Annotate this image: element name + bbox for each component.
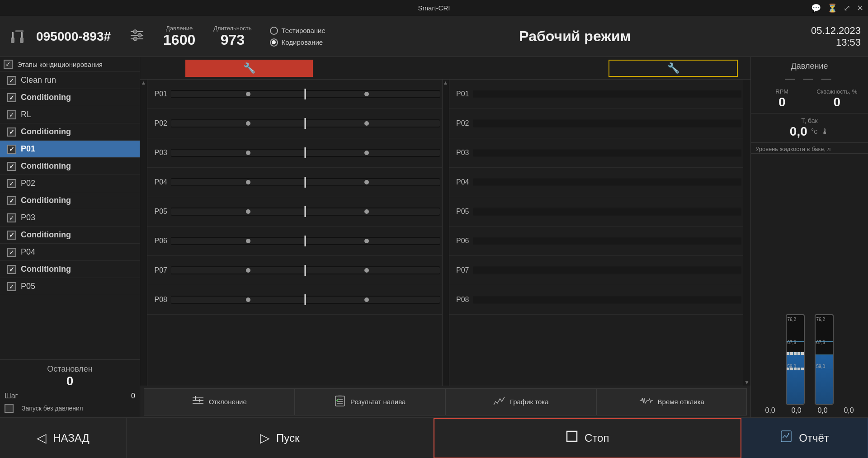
chart-row-p02-right: P02 bbox=[449, 109, 744, 138]
item-checkbox-11[interactable] bbox=[7, 265, 16, 274]
sidebar-item-conditioning-2[interactable]: Conditioning bbox=[0, 123, 140, 141]
sidebar-item-conditioning-1[interactable]: Conditioning bbox=[0, 89, 140, 106]
item-label-11: Conditioning bbox=[21, 264, 71, 274]
row-track-p01-left[interactable] bbox=[171, 90, 440, 98]
row-track-p05-right[interactable] bbox=[473, 208, 742, 216]
sidebar-item-p02[interactable]: P02 bbox=[0, 175, 140, 192]
scroll-up-left[interactable]: ▲ bbox=[140, 80, 147, 86]
item-checkbox-2[interactable] bbox=[7, 110, 16, 119]
sidebar-bottom: Остановлен 0 Шаг 0 Запуск без давления bbox=[0, 359, 140, 417]
chart-row-p08-left: P08 bbox=[147, 285, 442, 315]
item-checkbox-9[interactable] bbox=[7, 231, 16, 240]
stop-button[interactable]: Стоп bbox=[434, 418, 742, 458]
fill-result-button[interactable]: Результат налива bbox=[295, 388, 446, 416]
gauge-2: 76,2 67,6 59,0 bbox=[815, 314, 834, 405]
item-label-9: Conditioning bbox=[21, 230, 71, 240]
item-checkbox-0[interactable] bbox=[7, 76, 16, 85]
liquid-label: Уровень жидкости в баке, л bbox=[751, 142, 868, 153]
duty-label: Скважность, % bbox=[811, 88, 864, 95]
sidebar-header-checkbox[interactable] bbox=[4, 60, 13, 69]
row-track-p05-left[interactable] bbox=[171, 208, 440, 216]
chart-row-p03-right: P03 bbox=[449, 138, 744, 168]
gauge-area: 76,2 67,6 59,0 76 bbox=[751, 153, 868, 417]
sidebar-item-conditioning-6[interactable]: Conditioning bbox=[0, 261, 140, 278]
item-checkbox-7[interactable] bbox=[7, 196, 16, 205]
row-track-p07-right[interactable] bbox=[473, 266, 742, 274]
sidebar-item-p05[interactable]: P05 bbox=[0, 278, 140, 295]
deviation-button[interactable]: Отклонение bbox=[144, 388, 295, 416]
row-track-p03-right[interactable] bbox=[473, 149, 742, 157]
row-track-p08-left[interactable] bbox=[171, 296, 440, 304]
gauge-line-mid-2 bbox=[816, 354, 833, 355]
row-label-p02-left: P02 bbox=[149, 119, 171, 127]
radio-test[interactable]: Тестирование bbox=[270, 27, 326, 35]
row-track-p04-right[interactable] bbox=[473, 178, 742, 186]
no-pressure-row[interactable]: Запуск без давления bbox=[5, 404, 135, 413]
no-pressure-checkbox[interactable] bbox=[5, 404, 14, 413]
item-checkbox-5[interactable] bbox=[7, 162, 16, 171]
current-chart-button[interactable]: График тока bbox=[445, 388, 596, 416]
sidebar-item-p03[interactable]: P03 bbox=[0, 209, 140, 227]
item-checkbox-3[interactable] bbox=[7, 127, 16, 137]
right-chart-rows: P01 P02 bbox=[449, 80, 744, 315]
item-checkbox-10[interactable] bbox=[7, 248, 16, 257]
sidebar-item-conditioning-5[interactable]: Conditioning bbox=[0, 227, 140, 244]
left-chart-rows: P01 P02 bbox=[147, 80, 442, 315]
yellow-channel-button[interactable]: 🔧 bbox=[609, 60, 738, 77]
row-track-p01-right[interactable] bbox=[473, 90, 742, 98]
svg-rect-17 bbox=[338, 395, 342, 397]
step-value: 0 bbox=[131, 392, 135, 400]
item-checkbox-8[interactable] bbox=[7, 213, 16, 222]
item-checkbox-1[interactable] bbox=[7, 93, 16, 102]
row-label-p08-right: P08 bbox=[451, 296, 473, 304]
chart-area: 🔧 🔧 ▲ bbox=[140, 57, 750, 417]
sidebar-item-p04[interactable]: P04 bbox=[0, 244, 140, 261]
row-track-p06-left[interactable] bbox=[171, 237, 440, 245]
sidebar-item-conditioning-4[interactable]: Conditioning bbox=[0, 192, 140, 209]
svg-point-10 bbox=[133, 37, 137, 41]
chat-icon[interactable]: 💬 bbox=[811, 3, 821, 13]
row-track-p06-right[interactable] bbox=[473, 237, 742, 245]
sidebar-item-rl[interactable]: RL bbox=[0, 106, 140, 123]
step-label: Шаг bbox=[5, 392, 18, 400]
radio-code[interactable]: Кодирование bbox=[270, 38, 326, 47]
wrench-icon-red: 🔧 bbox=[243, 62, 255, 74]
response-time-button[interactable]: Время отклика bbox=[596, 388, 747, 416]
report-button[interactable]: Отчёт bbox=[741, 418, 868, 458]
sidebar-item-clean-run[interactable]: Clean run bbox=[0, 72, 140, 89]
rightmost-scroll: ▼ bbox=[743, 80, 750, 386]
row-track-p03-left[interactable] bbox=[171, 149, 440, 157]
gauge-line-bot-2 bbox=[816, 370, 833, 370]
sidebar-item-conditioning-3[interactable]: Conditioning bbox=[0, 158, 140, 175]
pressure-value: 1600 bbox=[163, 32, 195, 48]
close-icon[interactable]: ✕ bbox=[857, 3, 863, 13]
gauge-bot-val-1: 59,0 bbox=[788, 364, 796, 369]
timer-icon[interactable]: ⏳ bbox=[827, 3, 837, 13]
item-label-4: P01 bbox=[21, 144, 35, 154]
item-label-2: RL bbox=[21, 110, 31, 119]
item-checkbox-6[interactable] bbox=[7, 179, 16, 188]
scroll-up-right[interactable]: ▲ bbox=[443, 80, 449, 86]
row-label-p06-right: P06 bbox=[451, 237, 473, 245]
back-button[interactable]: ◁ НАЗАД bbox=[0, 418, 127, 458]
right-scroll-indicator: ▲ bbox=[442, 80, 449, 386]
svg-rect-4 bbox=[20, 38, 24, 43]
sidebar: Этапы кондиционирования Clean run Condit… bbox=[0, 57, 140, 417]
red-channel-button[interactable]: 🔧 bbox=[185, 60, 313, 77]
status-label: Остановлен bbox=[5, 364, 135, 374]
report-label: Отчёт bbox=[799, 432, 829, 444]
row-track-p04-left[interactable] bbox=[171, 178, 440, 186]
row-track-p07-left[interactable] bbox=[171, 266, 440, 274]
settings-icon[interactable] bbox=[129, 27, 145, 46]
row-track-p02-right[interactable] bbox=[473, 119, 742, 127]
row-track-p08-right[interactable] bbox=[473, 296, 742, 304]
scroll-down-right[interactable]: ▼ bbox=[743, 379, 750, 386]
chart-row-p07-right: P07 bbox=[449, 256, 744, 285]
item-checkbox-12[interactable] bbox=[7, 282, 16, 291]
start-button[interactable]: ▷ Пуск bbox=[127, 418, 434, 458]
item-checkbox-4[interactable] bbox=[7, 145, 16, 154]
status-value: 0 bbox=[5, 374, 135, 388]
row-track-p02-left[interactable] bbox=[171, 119, 440, 127]
expand-icon[interactable]: ⤢ bbox=[844, 3, 850, 13]
sidebar-item-p01[interactable]: P01 bbox=[0, 141, 140, 158]
